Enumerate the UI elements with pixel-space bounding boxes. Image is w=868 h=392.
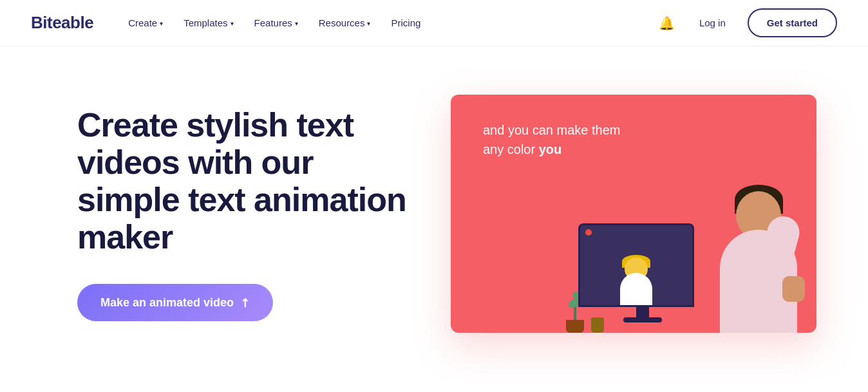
brand-logo[interactable]: Biteable [31, 13, 93, 33]
monitor [578, 223, 707, 333]
hero-left: Create stylish text videos with our simp… [77, 106, 412, 322]
nav-item-create[interactable]: Create ▾ [119, 12, 172, 33]
monitor-screen [578, 223, 694, 307]
monitor-stand [636, 307, 649, 317]
video-preview-panel: and you can make them any color you [451, 95, 816, 333]
hero-title: Create stylish text videos with our simp… [77, 106, 412, 256]
bell-icon[interactable]: 🔔 [656, 13, 677, 33]
nav-links: Create ▾ Templates ▾ Features ▾ Resource… [119, 12, 656, 33]
navbar: Biteable Create ▾ Templates ▾ Features ▾… [0, 0, 868, 46]
hero-right: and you can make them any color you [451, 95, 816, 333]
cta-button[interactable]: Make an animated video ↗ [77, 284, 273, 321]
nav-right: 🔔 Log in Get started [656, 8, 837, 37]
get-started-button[interactable]: Get started [748, 8, 837, 37]
hero-section: Create stylish text videos with our simp… [0, 46, 868, 381]
login-link[interactable]: Log in [690, 12, 735, 33]
panel-caption: and you can make them any color you [483, 120, 784, 159]
person-illustration [707, 165, 810, 333]
screen-person [614, 254, 659, 305]
illustration [578, 165, 797, 333]
chevron-down-icon: ▾ [295, 20, 298, 27]
body [620, 273, 652, 305]
nav-item-pricing[interactable]: Pricing [382, 12, 429, 33]
chevron-down-icon: ▾ [160, 20, 163, 27]
nav-item-resources[interactable]: Resources ▾ [310, 12, 380, 33]
person-hand [782, 276, 805, 302]
chevron-down-icon: ▾ [231, 20, 234, 27]
cta-label: Make an animated video [100, 296, 234, 310]
cup [591, 317, 604, 333]
arrow-icon: ↗ [236, 294, 253, 311]
nav-item-templates[interactable]: Templates ▾ [175, 12, 242, 33]
camera-dot [585, 229, 592, 236]
chevron-down-icon: ▾ [367, 20, 370, 27]
monitor-base [623, 317, 662, 322]
nav-item-features[interactable]: Features ▾ [245, 12, 307, 33]
